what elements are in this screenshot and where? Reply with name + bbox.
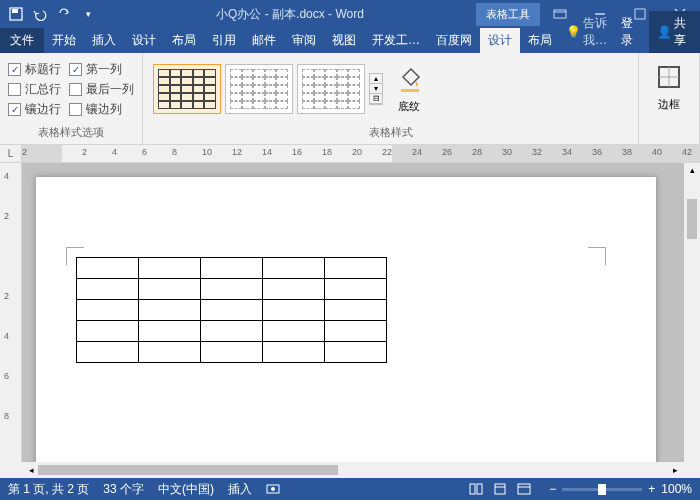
group-table-styles: ▴▾⊟ 底纹 表格样式 bbox=[143, 53, 639, 144]
zoom-slider[interactable] bbox=[562, 488, 642, 491]
tab-insert[interactable]: 插入 bbox=[84, 28, 124, 53]
svg-point-13 bbox=[271, 487, 275, 491]
tab-design[interactable]: 设计 bbox=[124, 28, 164, 53]
ribbon-tabs: 文件 开始 插入 设计 布局 引用 邮件 审阅 视图 开发工… 百度网 设计 布… bbox=[0, 28, 700, 53]
zoom-controls: − + 100% bbox=[549, 482, 692, 496]
svg-rect-1 bbox=[12, 9, 18, 13]
bucket-icon bbox=[393, 63, 425, 95]
view-buttons bbox=[465, 480, 535, 498]
scroll-up-button[interactable]: ▴ bbox=[690, 165, 695, 179]
window-title: 小Q办公 - 副本.docx - Word bbox=[104, 6, 476, 23]
status-record-icon[interactable] bbox=[266, 482, 280, 496]
margin-corner-tr bbox=[588, 247, 606, 265]
view-print-button[interactable] bbox=[489, 480, 511, 498]
tab-table-design[interactable]: 设计 bbox=[480, 28, 520, 53]
tell-me-search[interactable]: 💡告诉我… bbox=[560, 11, 613, 53]
zoom-out-button[interactable]: − bbox=[549, 482, 556, 496]
svg-rect-18 bbox=[518, 484, 530, 494]
tab-references[interactable]: 引用 bbox=[204, 28, 244, 53]
share-button[interactable]: 👤共享 bbox=[649, 11, 700, 53]
status-mode[interactable]: 插入 bbox=[228, 481, 252, 498]
ruler-horizontal[interactable]: L 22468101214161820222426283032343638404… bbox=[0, 145, 700, 163]
scrollbar-horizontal[interactable]: ◂ ▸ bbox=[22, 462, 684, 478]
group-label-options: 表格样式选项 bbox=[8, 123, 134, 142]
scroll-left-button[interactable]: ◂ bbox=[24, 465, 38, 475]
person-icon: 👤 bbox=[657, 25, 672, 39]
document-body: 422468 ▴ bbox=[0, 163, 700, 462]
svg-rect-16 bbox=[495, 484, 505, 494]
check-banded-col[interactable]: 镶边列 bbox=[69, 101, 134, 118]
ruler-corner[interactable]: L bbox=[0, 145, 22, 163]
tab-review[interactable]: 审阅 bbox=[284, 28, 324, 53]
group-label-styles: 表格样式 bbox=[151, 123, 630, 142]
style-preview-1[interactable] bbox=[153, 64, 221, 114]
tab-baidu[interactable]: 百度网 bbox=[428, 28, 480, 53]
margin-corner-tl bbox=[66, 247, 84, 265]
svg-rect-14 bbox=[470, 484, 475, 494]
status-lang[interactable]: 中文(中国) bbox=[158, 481, 214, 498]
qat-customize-button[interactable]: ▾ bbox=[76, 2, 100, 26]
table-styles-gallery: ▴▾⊟ 底纹 bbox=[151, 57, 630, 120]
svg-rect-8 bbox=[401, 89, 419, 92]
style-preview-3[interactable] bbox=[297, 64, 365, 114]
ruler-vertical[interactable]: 422468 bbox=[0, 163, 22, 462]
gallery-more-button[interactable]: ▴▾⊟ bbox=[369, 73, 383, 105]
view-web-button[interactable] bbox=[513, 480, 535, 498]
borders-button[interactable]: 边框 bbox=[647, 57, 691, 116]
check-banded-row[interactable]: ✓镶边行 bbox=[8, 101, 61, 118]
scroll-thumb-v[interactable] bbox=[687, 199, 697, 239]
group-borders: 边框 bbox=[639, 53, 700, 144]
lightbulb-icon: 💡 bbox=[566, 25, 581, 39]
style-preview-2[interactable] bbox=[225, 64, 293, 114]
status-words[interactable]: 33 个字 bbox=[103, 481, 144, 498]
save-button[interactable] bbox=[4, 2, 28, 26]
tab-table-layout[interactable]: 布局 bbox=[520, 28, 560, 53]
login-button[interactable]: 登录 bbox=[613, 11, 649, 53]
tab-view[interactable]: 视图 bbox=[324, 28, 364, 53]
quick-access-toolbar: ▾ bbox=[0, 2, 104, 26]
page bbox=[36, 177, 656, 462]
check-header-row[interactable]: ✓标题行 bbox=[8, 61, 61, 78]
document-table[interactable] bbox=[76, 257, 387, 363]
scroll-right-button[interactable]: ▸ bbox=[668, 465, 682, 475]
scroll-thumb-h[interactable] bbox=[38, 465, 338, 475]
tab-developer[interactable]: 开发工… bbox=[364, 28, 428, 53]
status-page[interactable]: 第 1 页, 共 2 页 bbox=[8, 481, 89, 498]
svg-rect-15 bbox=[477, 484, 482, 494]
document-area[interactable] bbox=[22, 163, 684, 462]
context-tab-label: 表格工具 bbox=[476, 3, 540, 26]
undo-button[interactable] bbox=[28, 2, 52, 26]
check-first-col[interactable]: ✓第一列 bbox=[69, 61, 134, 78]
check-total-row[interactable]: 汇总行 bbox=[8, 81, 61, 98]
tab-mail[interactable]: 邮件 bbox=[244, 28, 284, 53]
borders-icon bbox=[653, 61, 685, 93]
check-last-col[interactable]: 最后一列 bbox=[69, 81, 134, 98]
scrollbar-vertical[interactable]: ▴ bbox=[684, 163, 700, 462]
tab-home[interactable]: 开始 bbox=[44, 28, 84, 53]
view-read-button[interactable] bbox=[465, 480, 487, 498]
status-bar: 第 1 页, 共 2 页 33 个字 中文(中国) 插入 − + 100% bbox=[0, 478, 700, 500]
zoom-in-button[interactable]: + bbox=[648, 482, 655, 496]
ribbon: ✓标题行 ✓第一列 汇总行 最后一列 ✓镶边行 镶边列 表格样式选项 ▴▾⊟ 底… bbox=[0, 53, 700, 145]
tab-layout[interactable]: 布局 bbox=[164, 28, 204, 53]
shading-button[interactable]: 底纹 bbox=[387, 59, 431, 118]
redo-button[interactable] bbox=[52, 2, 76, 26]
zoom-level[interactable]: 100% bbox=[661, 482, 692, 496]
group-style-options: ✓标题行 ✓第一列 汇总行 最后一列 ✓镶边行 镶边列 表格样式选项 bbox=[0, 53, 143, 144]
tab-file[interactable]: 文件 bbox=[0, 28, 44, 53]
